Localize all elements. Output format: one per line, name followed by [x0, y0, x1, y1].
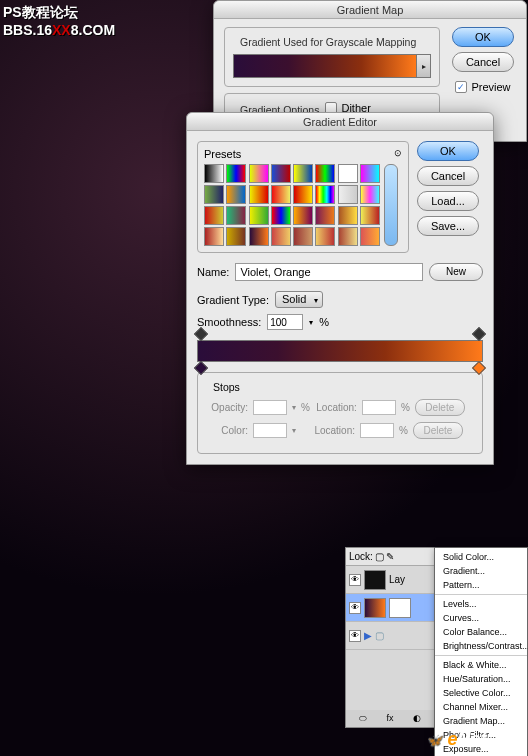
preset-swatch[interactable] — [338, 227, 358, 246]
presets-scrollbar[interactable] — [384, 164, 398, 246]
preset-swatch[interactable] — [204, 185, 224, 204]
preset-swatch[interactable] — [271, 227, 291, 246]
layer-row[interactable]: 👁 Lay — [346, 566, 434, 594]
visibility-icon[interactable]: 👁 — [349, 630, 361, 642]
preview-checkbox[interactable]: ✓ Preview — [455, 81, 510, 93]
adjustment-menu-item[interactable]: Curves... — [435, 611, 527, 625]
cancel-button[interactable]: Cancel — [452, 52, 514, 72]
stops-fieldset: Stops Opacity: ▾ % Location: % Delete Co… — [197, 372, 483, 454]
gradient-type-select[interactable]: Solid — [275, 291, 323, 308]
layer-row[interactable]: 👁 — [346, 594, 434, 622]
grayscale-mapping-fieldset: Gradient Used for Grayscale Mapping ▸ — [224, 27, 440, 87]
adjustment-menu-item[interactable]: Color Balance... — [435, 625, 527, 639]
preset-swatch[interactable] — [271, 185, 291, 204]
gradient-map-title: Gradient Map — [214, 1, 526, 19]
preset-swatch[interactable] — [293, 185, 313, 204]
percent-label: % — [301, 402, 310, 413]
adjustment-menu-item[interactable]: Hue/Saturation... — [435, 672, 527, 686]
gradient-editor-dialog: Gradient Editor Presets ⊙ OK Cancel Load… — [186, 112, 494, 465]
ok-button[interactable]: OK — [417, 141, 479, 161]
save-button[interactable]: Save... — [417, 216, 479, 236]
preset-swatch[interactable] — [293, 164, 313, 183]
adjustment-menu-item[interactable]: Selective Color... — [435, 686, 527, 700]
preset-swatch[interactable] — [226, 206, 246, 225]
adjustment-menu-item[interactable]: Levels... — [435, 597, 527, 611]
lock-brush-icon[interactable]: ✎ — [386, 551, 394, 562]
preset-swatch[interactable] — [360, 185, 380, 204]
gradient-edit-bar[interactable] — [197, 340, 483, 362]
ok-button[interactable]: OK — [452, 27, 514, 47]
adjustment-layer-menu: Solid Color...Gradient...Pattern...Level… — [434, 547, 528, 756]
preset-swatch[interactable] — [249, 164, 269, 183]
preset-swatch[interactable] — [226, 185, 246, 204]
preview-label: Preview — [471, 81, 510, 93]
grayscale-mapping-label: Gradient Used for Grayscale Mapping — [237, 36, 419, 48]
preset-swatch[interactable] — [271, 164, 291, 183]
adjustment-menu-item[interactable]: Gradient... — [435, 564, 527, 578]
preset-swatch[interactable] — [360, 164, 380, 183]
enet-watermark: 🦋 eNet.com.cn — [426, 729, 518, 750]
lock-transparency-icon[interactable]: ▢ — [375, 551, 384, 562]
preset-swatch[interactable] — [249, 227, 269, 246]
preset-swatch[interactable] — [293, 227, 313, 246]
location-input[interactable] — [362, 400, 396, 415]
adjustment-menu-item[interactable]: Brightness/Contrast... — [435, 639, 527, 653]
gradient-editor-title: Gradient Editor — [187, 113, 493, 131]
fx-icon[interactable]: fx — [386, 713, 393, 724]
folder-arrow-icon[interactable]: ▶ — [364, 630, 372, 641]
preset-swatch[interactable] — [293, 206, 313, 225]
preset-swatch[interactable] — [338, 185, 358, 204]
new-button[interactable]: New — [429, 263, 483, 281]
name-label: Name: — [197, 266, 229, 278]
smoothness-input[interactable] — [267, 314, 303, 330]
presets-label: Presets — [204, 148, 241, 160]
preset-swatch[interactable] — [249, 206, 269, 225]
location-input[interactable] — [360, 423, 394, 438]
preset-swatch[interactable] — [204, 227, 224, 246]
delete-button[interactable]: Delete — [413, 422, 463, 439]
preset-swatch[interactable] — [315, 206, 335, 225]
preset-swatch[interactable] — [338, 206, 358, 225]
preset-swatch[interactable] — [360, 227, 380, 246]
cancel-button[interactable]: Cancel — [417, 166, 479, 186]
gradient-type-label: Gradient Type: — [197, 294, 269, 306]
gradient-dropdown-arrow[interactable]: ▸ — [417, 54, 431, 78]
opacity-input[interactable] — [253, 400, 287, 415]
layer-row[interactable]: 👁 ▶ ▢ — [346, 622, 434, 650]
adjustment-menu-item[interactable]: Pattern... — [435, 578, 527, 592]
layer-label: Lay — [389, 574, 405, 585]
adjustment-menu-item[interactable]: Gradient Map... — [435, 714, 527, 728]
smoothness-arrow-icon[interactable]: ▾ — [309, 318, 313, 327]
mask-icon[interactable]: ◐ — [413, 713, 421, 724]
preset-swatch[interactable] — [226, 227, 246, 246]
visibility-icon[interactable]: 👁 — [349, 602, 361, 614]
percent-label: % — [399, 425, 408, 436]
preset-swatch[interactable] — [249, 185, 269, 204]
link-icon[interactable]: ⬭ — [359, 713, 367, 724]
preset-swatch[interactable] — [315, 164, 335, 183]
preset-swatch[interactable] — [360, 206, 380, 225]
preset-swatch[interactable] — [204, 164, 224, 183]
preset-swatch[interactable] — [226, 164, 246, 183]
adjustment-menu-item[interactable]: Channel Mixer... — [435, 700, 527, 714]
preset-swatch[interactable] — [315, 185, 335, 204]
stops-label: Stops — [210, 381, 243, 393]
presets-menu-icon[interactable]: ⊙ — [394, 148, 402, 160]
layer-mask-thumb — [389, 598, 411, 618]
color-swatch[interactable] — [253, 423, 287, 438]
name-input[interactable] — [235, 263, 423, 281]
preset-swatch[interactable] — [271, 206, 291, 225]
adjustment-menu-item[interactable]: Black & White... — [435, 658, 527, 672]
percent-label: % — [401, 402, 410, 413]
adjustment-menu-item[interactable]: Solid Color... — [435, 550, 527, 564]
gradient-preview[interactable] — [233, 54, 417, 78]
preset-swatch[interactable] — [338, 164, 358, 183]
preset-swatches — [204, 164, 380, 246]
load-button[interactable]: Load... — [417, 191, 479, 211]
location-label: Location: — [315, 402, 357, 413]
preset-swatch[interactable] — [204, 206, 224, 225]
checkbox-icon: ✓ — [455, 81, 467, 93]
delete-button[interactable]: Delete — [415, 399, 465, 416]
preset-swatch[interactable] — [315, 227, 335, 246]
visibility-icon[interactable]: 👁 — [349, 574, 361, 586]
